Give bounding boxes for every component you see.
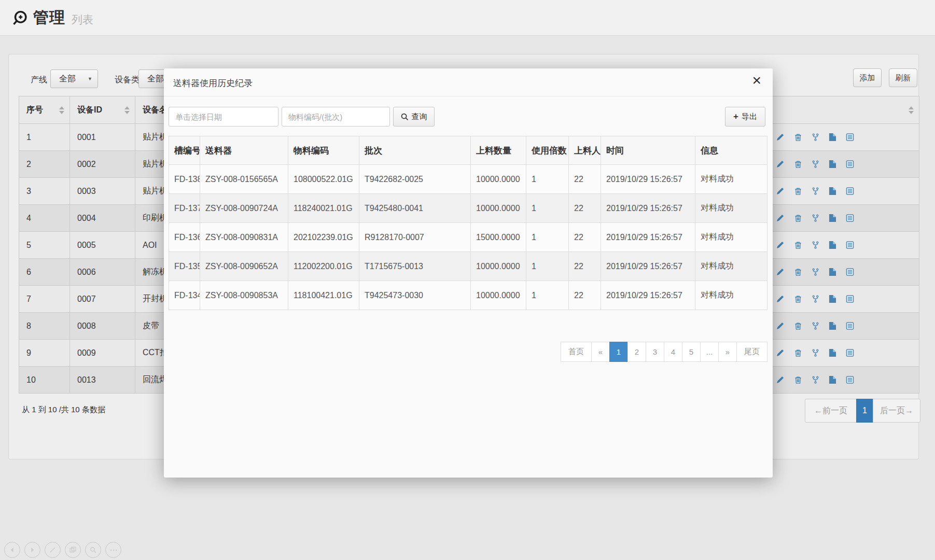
- history-row[interactable]: FD-137 ZSY-008-0090724A 118240021.01G T9…: [169, 194, 767, 223]
- next-page-button[interactable]: »: [718, 342, 737, 362]
- date-input[interactable]: [169, 107, 278, 127]
- page-button-3[interactable]: 3: [646, 342, 664, 362]
- fork-icon[interactable]: [812, 295, 819, 303]
- edit-icon[interactable]: [776, 214, 785, 222]
- ellipsis-page-button[interactable]: ...: [700, 342, 719, 362]
- delete-icon[interactable]: [794, 321, 802, 330]
- file-icon[interactable]: [829, 214, 836, 222]
- fork-icon[interactable]: [812, 133, 819, 142]
- file-icon[interactable]: [829, 187, 836, 195]
- edit-icon[interactable]: [776, 241, 785, 249]
- delete-icon[interactable]: [794, 241, 802, 249]
- detail-icon[interactable]: [846, 375, 854, 384]
- file-icon[interactable]: [829, 321, 836, 330]
- file-icon[interactable]: [829, 133, 836, 142]
- top-header-bar: 管理 列表: [0, 0, 935, 36]
- column-header-device-id[interactable]: 设备ID: [70, 96, 135, 123]
- detail-icon[interactable]: [846, 321, 854, 330]
- delete-icon[interactable]: [794, 133, 802, 142]
- history-row[interactable]: FD-135 ZSY-008-0090652A 112002200.01G T1…: [169, 252, 767, 281]
- detail-icon[interactable]: [846, 160, 854, 169]
- column-header-no[interactable]: 序号: [19, 96, 70, 123]
- edit-icon[interactable]: [776, 268, 785, 276]
- current-page-button[interactable]: 1: [856, 399, 873, 423]
- fork-icon[interactable]: [812, 214, 819, 222]
- add-button[interactable]: 添加: [853, 68, 882, 87]
- row-actions: [767, 151, 919, 177]
- first-page-button[interactable]: 首页: [561, 342, 592, 362]
- refresh-button[interactable]: 刷新: [889, 68, 917, 87]
- page-heading: 管理 列表: [11, 7, 93, 29]
- edit-icon[interactable]: [776, 321, 785, 330]
- row-actions: [767, 178, 919, 204]
- detail-icon[interactable]: [846, 268, 854, 276]
- history-row[interactable]: FD-136 ZSY-008-0090831A 202102239.01G R9…: [169, 223, 767, 252]
- production-line-select[interactable]: 全部 ▼: [50, 69, 98, 88]
- material-code-input[interactable]: [282, 107, 390, 127]
- windows-icon[interactable]: [65, 542, 81, 558]
- file-icon[interactable]: [829, 160, 836, 169]
- production-line-label: 产线: [31, 75, 47, 86]
- history-row[interactable]: FD-138 ZSY-008-0156565A 108000522.01G T9…: [169, 165, 767, 194]
- edit-icon[interactable]: [776, 375, 785, 384]
- delete-icon[interactable]: [794, 348, 802, 357]
- page-button-1[interactable]: 1: [609, 342, 628, 362]
- edit-icon[interactable]: [776, 133, 785, 142]
- detail-icon[interactable]: [846, 214, 854, 222]
- fork-icon[interactable]: [812, 241, 819, 249]
- prev-page-button[interactable]: ←前一页: [805, 399, 857, 423]
- query-button[interactable]: 查询: [393, 107, 435, 127]
- magnifier-icon: [11, 9, 29, 27]
- fork-icon[interactable]: [812, 348, 819, 357]
- next-page-button[interactable]: 后一页→: [873, 399, 920, 423]
- detail-icon[interactable]: [846, 241, 854, 249]
- forward-icon[interactable]: [24, 542, 40, 558]
- prev-page-button[interactable]: «: [591, 342, 610, 362]
- delete-icon[interactable]: [794, 295, 802, 303]
- more-icon[interactable]: [105, 542, 121, 558]
- fork-icon[interactable]: [812, 321, 819, 330]
- export-button[interactable]: + 导出: [725, 107, 765, 127]
- modal-title-divider: [164, 96, 773, 96]
- edit-icon[interactable]: [776, 160, 785, 169]
- fork-icon[interactable]: [812, 375, 819, 384]
- row-actions: [767, 124, 919, 150]
- column-header-operations[interactable]: [767, 96, 919, 123]
- fork-icon[interactable]: [812, 187, 819, 195]
- pen-icon[interactable]: [45, 542, 61, 558]
- device-type-value: 全部: [147, 74, 164, 85]
- detail-icon[interactable]: [846, 348, 854, 357]
- delete-icon[interactable]: [794, 187, 802, 195]
- fork-icon[interactable]: [812, 268, 819, 276]
- delete-icon[interactable]: [794, 268, 802, 276]
- page-button-2[interactable]: 2: [627, 342, 646, 362]
- history-row[interactable]: FD-134 ZSY-008-0090853A 118100421.01G T9…: [169, 281, 767, 310]
- zoom-icon[interactable]: [85, 542, 101, 558]
- file-icon[interactable]: [829, 375, 836, 384]
- file-icon[interactable]: [829, 295, 836, 303]
- file-icon[interactable]: [829, 268, 836, 276]
- fork-icon[interactable]: [812, 160, 819, 169]
- feeder-history-modal: 送料器使用历史纪录 × 查询 + 导出 槽编号 送料器 物料编码 批次 上料数量…: [164, 68, 773, 478]
- feeder-history-table: 槽编号 送料器 物料编码 批次 上料数量 使用倍数 上料人 时间 信息 FD-1…: [169, 136, 767, 310]
- annotation-toolbar: [4, 542, 121, 558]
- file-icon[interactable]: [829, 348, 836, 357]
- edit-icon[interactable]: [776, 295, 785, 303]
- edit-icon[interactable]: [776, 348, 785, 357]
- row-actions: [767, 340, 919, 366]
- detail-icon[interactable]: [846, 187, 854, 195]
- detail-icon[interactable]: [846, 295, 854, 303]
- delete-icon[interactable]: [794, 214, 802, 222]
- table-summary: 从 1 到 10 /共 10 条数据: [22, 405, 105, 415]
- file-icon[interactable]: [829, 241, 836, 249]
- back-icon[interactable]: [4, 542, 20, 558]
- delete-icon[interactable]: [794, 160, 802, 169]
- delete-icon[interactable]: [794, 375, 802, 384]
- page-button-4[interactable]: 4: [664, 342, 682, 362]
- page-button-5[interactable]: 5: [682, 342, 701, 362]
- detail-icon[interactable]: [846, 133, 854, 142]
- edit-icon[interactable]: [776, 187, 785, 195]
- plus-icon: +: [733, 111, 738, 122]
- last-page-button[interactable]: 尾页: [736, 342, 767, 362]
- close-icon[interactable]: ×: [752, 73, 761, 88]
